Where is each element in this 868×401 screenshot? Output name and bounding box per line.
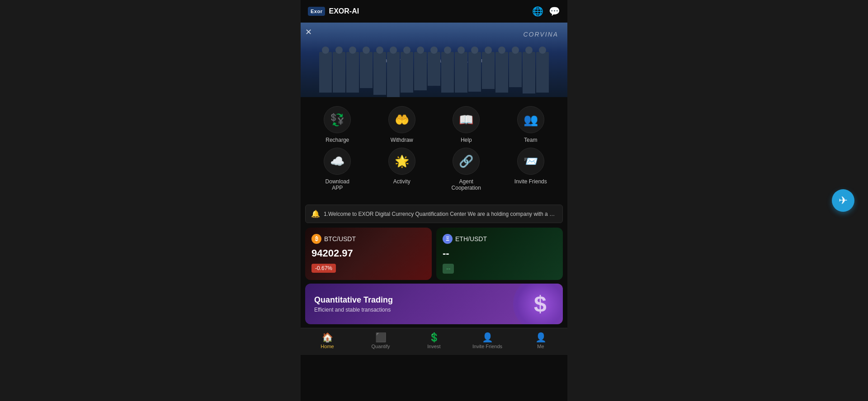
me-nav-label: Me [537, 344, 544, 349]
nav-me[interactable]: 👤 Me [514, 332, 567, 353]
action-agent-cooperation[interactable]: 🔗 Agent Cooperation [448, 148, 484, 191]
eth-price-change: -- [443, 264, 454, 274]
btc-price-card[interactable]: ₿ BTC/USDT 94202.97 -0.67% [305, 228, 432, 280]
quant-decoration: $ [472, 284, 563, 324]
invite-friends-nav-icon: 👤 [482, 332, 493, 343]
logo-area: Exor EXOR-AI [308, 7, 359, 16]
nav-quantify[interactable]: ⬛ Quantify [354, 332, 407, 353]
invest-nav-label: Invest [427, 344, 440, 349]
help-icon: 📖 [453, 106, 480, 133]
btc-icon: ₿ [311, 234, 321, 244]
notice-text: 1.Welcome to EXOR Digital Currency Quant… [324, 211, 557, 217]
banner-brand-text: CORVINA [523, 31, 558, 38]
help-label: Help [461, 137, 472, 143]
home-nav-label: Home [321, 344, 334, 349]
eth-price-card[interactable]: Ξ ETH/USDT -- -- [436, 228, 563, 280]
eth-icon: Ξ [443, 234, 453, 244]
btc-price-change: -0.67% [311, 264, 336, 273]
team-label: Team [524, 137, 537, 143]
header-icons: 🌐 💬 [532, 6, 560, 17]
quant-trading-banner[interactable]: Quantitative Trading Efficient and stabl… [305, 284, 563, 324]
agent-cooperation-icon: 🔗 [453, 148, 480, 175]
bottom-navigation: 🏠 Home ⬛ Quantify 💲 Invest 👤 Invite Frie… [301, 328, 567, 355]
withdraw-icon: 🤲 [388, 106, 415, 133]
recharge-icon: 💱 [324, 106, 351, 133]
quantify-nav-label: Quantify [372, 344, 390, 349]
dollar-sign: $ [534, 291, 547, 317]
btc-pair-label: BTC/USDT [324, 235, 356, 242]
recharge-label: Recharge [326, 137, 349, 143]
activity-icon: 🌟 [388, 148, 415, 175]
quant-title: Quantitative Trading [314, 295, 393, 305]
logo-box: Exor [308, 7, 325, 16]
notice-bar: 🔔 1.Welcome to EXOR Digital Currency Qua… [305, 205, 563, 223]
notice-bell-icon: 🔔 [311, 210, 320, 218]
eth-pair-header: Ξ ETH/USDT [443, 234, 557, 244]
btc-price-value: 94202.97 [311, 247, 425, 259]
action-download-app[interactable]: ☁️ Download APP [319, 148, 355, 191]
eth-pair-label: ETH/USDT [455, 235, 487, 242]
nav-invest[interactable]: 💲 Invest [407, 332, 461, 353]
action-activity[interactable]: 🌟 Activity [384, 148, 420, 191]
eth-price-value: -- [443, 247, 557, 259]
home-nav-icon: 🏠 [322, 332, 333, 343]
btc-pair-header: ₿ BTC/USDT [311, 234, 425, 244]
action-help[interactable]: 📖 Help [448, 106, 484, 143]
globe-icon[interactable]: 🌐 [532, 6, 543, 17]
me-nav-icon: 👤 [535, 332, 547, 343]
nav-home[interactable]: 🏠 Home [301, 332, 354, 353]
download-app-label: Download APP [319, 178, 355, 191]
invite-friends-nav-label: Invite Friends [472, 344, 502, 349]
activity-label: Activity [393, 178, 410, 185]
agent-cooperation-label: Agent Cooperation [448, 178, 484, 191]
quant-text-block: Quantitative Trading Efficient and stabl… [314, 295, 393, 313]
dollar-circle: $ [513, 284, 563, 324]
chat-icon[interactable]: 💬 [549, 6, 560, 17]
quick-actions: 💱 Recharge 🤲 Withdraw 📖 Help 👥 [301, 97, 567, 200]
action-invite-friends[interactable]: 📨 Invite Friends [513, 148, 549, 191]
download-app-icon: ☁️ [324, 148, 351, 175]
logo-text: EXOR-AI [329, 7, 359, 15]
actions-row-2: ☁️ Download APP 🌟 Activity 🔗 Agent Coope… [305, 148, 563, 191]
team-icon: 👥 [517, 106, 544, 133]
action-team[interactable]: 👥 Team [513, 106, 549, 143]
invite-friends-label: Invite Friends [514, 178, 547, 185]
invite-friends-icon: 📨 [517, 148, 544, 175]
quant-subtitle: Efficient and stable transactions [314, 307, 393, 313]
action-recharge[interactable]: 💱 Recharge [319, 106, 355, 143]
nav-invite-friends[interactable]: 👤 Invite Friends [461, 332, 514, 353]
banner-people-image [301, 38, 567, 97]
withdraw-label: Withdraw [391, 137, 413, 143]
action-withdraw[interactable]: 🤲 Withdraw [384, 106, 420, 143]
telegram-float-button[interactable]: ✈ [832, 189, 854, 212]
banner-close-icon[interactable]: ✕ [305, 27, 312, 37]
app-header: Exor EXOR-AI 🌐 💬 [301, 0, 567, 23]
invest-nav-icon: 💲 [429, 332, 440, 343]
telegram-icon: ✈ [839, 194, 848, 207]
actions-row-1: 💱 Recharge 🤲 Withdraw 📖 Help 👥 [305, 106, 563, 143]
price-cards-section: ₿ BTC/USDT 94202.97 -0.67% Ξ ETH/USDT --… [305, 228, 563, 280]
quantify-nav-icon: ⬛ [375, 332, 387, 343]
hero-banner: ✕ Industrial Automation Platform CORVINA [301, 23, 567, 97]
